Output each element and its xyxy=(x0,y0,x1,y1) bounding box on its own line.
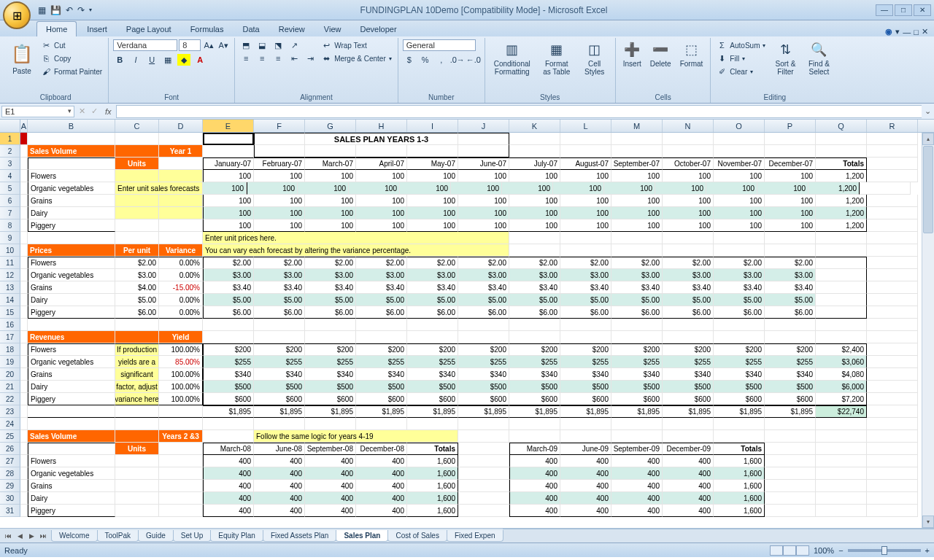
cell[interactable] xyxy=(867,418,918,430)
cell[interactable] xyxy=(20,158,28,170)
cell[interactable] xyxy=(115,430,159,443)
cell[interactable] xyxy=(765,492,816,505)
cell[interactable] xyxy=(407,331,458,343)
cell[interactable] xyxy=(458,455,509,467)
cell[interactable] xyxy=(509,331,560,343)
percent-icon[interactable]: % xyxy=(419,54,432,66)
cell[interactable]: $500 xyxy=(254,381,305,393)
col-header-B[interactable]: B xyxy=(28,120,115,132)
cell[interactable] xyxy=(458,505,509,517)
product-name[interactable]: Organic vegetables xyxy=(28,467,115,480)
shrink-font-icon[interactable]: A▾ xyxy=(217,39,230,51)
help-icon[interactable]: ◉ xyxy=(885,27,892,36)
month-header[interactable]: June-07 xyxy=(458,158,509,170)
cell[interactable] xyxy=(867,207,918,219)
cell[interactable]: 400 xyxy=(203,455,254,467)
font-color-button[interactable]: A xyxy=(193,54,207,66)
cell[interactable]: $5.00 xyxy=(611,294,663,306)
scroll-down-icon[interactable]: ▾ xyxy=(922,516,934,528)
col-header-P[interactable]: P xyxy=(765,120,816,132)
cell[interactable] xyxy=(254,331,305,343)
tab-pagelayout[interactable]: Page Layout xyxy=(117,22,180,36)
cell[interactable]: $6.00 xyxy=(509,306,560,319)
cell[interactable]: 100 xyxy=(765,207,816,219)
cell[interactable]: $500 xyxy=(714,381,765,393)
month-header[interactable]: August-07 xyxy=(560,158,611,170)
cell[interactable] xyxy=(663,232,714,244)
cell[interactable]: $3.40 xyxy=(663,281,714,294)
variance-label[interactable]: Variance xyxy=(159,244,203,257)
cell[interactable] xyxy=(254,133,305,145)
cell[interactable] xyxy=(816,430,867,443)
cell[interactable]: $3,060 xyxy=(816,356,867,368)
cell[interactable] xyxy=(254,145,305,158)
cell[interactable] xyxy=(20,467,28,480)
grand-total[interactable]: $22,740 xyxy=(816,405,867,418)
cell[interactable] xyxy=(115,195,159,207)
product-name[interactable]: Grains xyxy=(28,480,115,492)
cell[interactable] xyxy=(458,443,509,455)
cell[interactable] xyxy=(28,405,115,418)
cell[interactable]: 400 xyxy=(663,467,714,480)
plan-title[interactable]: SALES PLAN YEARS 1-3 xyxy=(305,133,458,145)
cell[interactable] xyxy=(20,244,28,257)
row-header[interactable]: 1 xyxy=(0,133,20,145)
cell[interactable]: 100 xyxy=(604,182,655,195)
cell[interactable]: 400 xyxy=(509,467,560,480)
cell[interactable]: 100.00% xyxy=(159,381,203,393)
tip-yield[interactable]: If production xyxy=(115,343,159,356)
grow-font-icon[interactable]: A▴ xyxy=(202,39,215,51)
row-header[interactable]: 18 xyxy=(0,343,20,356)
sort-filter-button[interactable]: ⇅Sort & Filter xyxy=(770,39,800,77)
cell[interactable]: 400 xyxy=(305,455,356,467)
cell[interactable] xyxy=(867,145,918,158)
cell[interactable]: 100 xyxy=(203,195,254,207)
fx-icon[interactable]: fx xyxy=(101,107,116,116)
cell[interactable] xyxy=(663,331,714,343)
cell[interactable] xyxy=(816,269,867,281)
cell[interactable] xyxy=(816,331,867,343)
col-header-N[interactable]: N xyxy=(663,120,714,132)
cell[interactable]: 100 xyxy=(247,182,298,195)
product-name[interactable]: Flowers xyxy=(28,343,115,356)
row-header[interactable]: 23 xyxy=(0,405,20,418)
cell[interactable] xyxy=(816,145,867,158)
product-name[interactable]: Flowers xyxy=(28,455,115,467)
row-header[interactable]: 31 xyxy=(0,505,20,517)
product-name[interactable]: Dairy xyxy=(28,294,115,306)
cell[interactable]: $500 xyxy=(509,381,560,393)
align-left-icon[interactable]: ≡ xyxy=(239,52,252,64)
cell[interactable]: $255 xyxy=(714,356,765,368)
cell[interactable]: 1,600 xyxy=(407,467,458,480)
row-header[interactable]: 26 xyxy=(0,443,20,455)
col-header-I[interactable]: I xyxy=(407,120,458,132)
cell[interactable]: 400 xyxy=(560,455,611,467)
cell[interactable] xyxy=(458,133,509,145)
cell[interactable]: $200 xyxy=(509,343,560,356)
cell[interactable]: $600 xyxy=(509,393,560,405)
cell[interactable] xyxy=(20,418,28,430)
cell[interactable]: $2.00 xyxy=(509,257,560,269)
cell[interactable]: $5.00 xyxy=(254,294,305,306)
cell[interactable] xyxy=(509,430,560,443)
cell[interactable] xyxy=(816,492,867,505)
cell[interactable] xyxy=(867,405,918,418)
cond-format-button[interactable]: ▥Conditional Formatting xyxy=(490,39,535,77)
cell[interactable]: $600 xyxy=(254,393,305,405)
cell[interactable]: 400 xyxy=(356,492,407,505)
cell[interactable] xyxy=(20,381,28,393)
cell[interactable]: $3.40 xyxy=(305,281,356,294)
cell[interactable] xyxy=(254,319,305,331)
product-name[interactable]: Grains xyxy=(28,368,115,381)
section-prices[interactable]: Prices xyxy=(28,244,115,257)
cell[interactable]: $500 xyxy=(765,381,816,393)
border-button[interactable]: ▦ xyxy=(161,54,174,66)
product-name[interactable]: Organic vegetables xyxy=(28,269,115,281)
cell[interactable] xyxy=(867,443,918,455)
cell[interactable]: Totals xyxy=(407,443,458,455)
cell[interactable] xyxy=(20,492,28,505)
cell[interactable] xyxy=(714,244,765,257)
cell[interactable]: 1,600 xyxy=(714,492,765,505)
cell[interactable]: $6.00 xyxy=(458,306,509,319)
cell[interactable] xyxy=(458,319,509,331)
